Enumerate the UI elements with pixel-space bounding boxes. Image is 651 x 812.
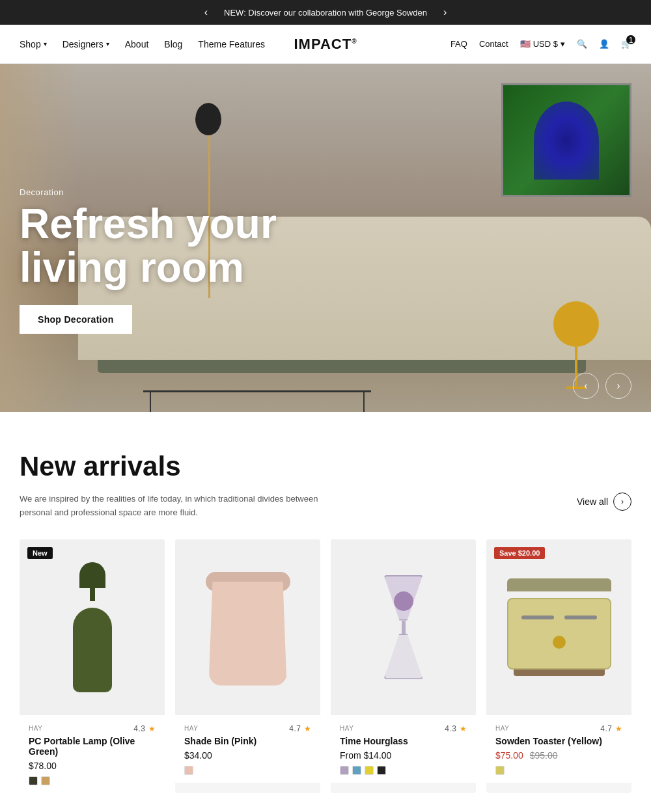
lamp-base xyxy=(73,608,112,692)
announcement-next-button[interactable]: › xyxy=(440,7,450,18)
color-swatch[interactable] xyxy=(365,766,374,775)
toaster-slot-right xyxy=(564,616,597,619)
nav-item-blog[interactable]: Blog xyxy=(164,39,182,49)
hourglass-middle xyxy=(402,621,406,634)
hourglass-bottom xyxy=(384,634,423,679)
product-rating: 4.7 ★ xyxy=(600,724,622,733)
toaster-top xyxy=(507,578,611,591)
product-rating: 4.7 ★ xyxy=(289,724,311,733)
product-info: HAY 4.7 ★ Shade Bin (Pink) $34.00 xyxy=(175,715,320,783)
product-card[interactable]: HAY 4.7 ★ Shade Bin (Pink) $34.00 xyxy=(175,539,320,793)
product-image-wrap: Save $20.00 xyxy=(486,539,631,715)
view-all-arrow-circle: › xyxy=(613,493,631,511)
product-badge-new: New xyxy=(27,547,53,559)
color-swatch[interactable] xyxy=(352,766,361,775)
product-brand: HAY 4.3 ★ xyxy=(29,724,156,733)
new-arrivals-section: New arrivals We are inspired by the real… xyxy=(0,412,651,812)
nav-right: FAQ Contact 🇺🇸 USD $ ▾ 🔍 👤 🛒1 xyxy=(326,39,631,49)
section-header: New arrivals xyxy=(20,451,631,482)
product-image-wrap xyxy=(175,539,320,715)
navbar: Shop ▾ Designers ▾ About Blog Theme Feat… xyxy=(0,25,651,64)
product-rating: 4.3 ★ xyxy=(133,724,156,733)
product-card[interactable]: Save $20.00 HAY 4.7 ★ xyxy=(486,539,631,793)
lamp-neck xyxy=(90,582,95,601)
color-swatch[interactable] xyxy=(41,776,50,785)
product-image-wrap xyxy=(331,539,476,715)
section-title: New arrivals xyxy=(20,451,631,482)
product-price: $75.00 $95.00 xyxy=(495,750,622,761)
hero-navigation: ‹ › xyxy=(573,373,631,399)
product-swatches xyxy=(495,766,622,775)
hero-artwork-decor xyxy=(501,83,631,197)
search-icon[interactable]: 🔍 xyxy=(577,39,587,49)
user-icon[interactable]: 👤 xyxy=(599,39,609,49)
view-all-link[interactable]: View all › xyxy=(577,493,631,511)
nav-item-about[interactable]: About xyxy=(125,39,149,49)
star-icon: ★ xyxy=(615,724,623,733)
product-image-wrap: New xyxy=(20,539,165,715)
product-info: HAY 4.3 ★ PC Portable Lamp (Olive Green)… xyxy=(20,715,165,793)
hero-prev-button[interactable]: ‹ xyxy=(573,373,599,399)
color-swatch[interactable] xyxy=(29,776,38,785)
product-name: Sowden Toaster (Yellow) xyxy=(495,736,622,746)
product-swatches xyxy=(340,766,467,775)
nav-item-theme-features[interactable]: Theme Features xyxy=(198,39,265,49)
sale-price: $75.00 xyxy=(495,750,523,761)
nav-item-currency[interactable]: 🇺🇸 USD $ ▾ xyxy=(520,39,565,49)
nav-logo[interactable]: IMPACT® xyxy=(294,36,357,53)
announcement-prev-button[interactable]: ‹ xyxy=(201,7,211,18)
product-info: HAY 4.3 ★ Time Hourglass From $14.00 xyxy=(331,715,476,783)
nav-item-shop[interactable]: Shop ▾ xyxy=(20,39,47,49)
product-badge-save: Save $20.00 xyxy=(494,547,545,559)
hero-next-button[interactable]: › xyxy=(605,373,631,399)
product-card[interactable]: HAY 4.3 ★ Time Hourglass From $14.00 xyxy=(331,539,476,793)
toaster-body xyxy=(507,598,611,670)
product-card[interactable]: New HAY 4.3 ★ PC Portable Lamp (Olive Gr… xyxy=(20,539,165,793)
hero-label: Decoration xyxy=(20,187,358,197)
color-swatch[interactable] xyxy=(340,766,349,775)
cart-icon[interactable]: 🛒1 xyxy=(621,39,631,49)
star-icon: ★ xyxy=(148,724,156,733)
product-brand: HAY 4.3 ★ xyxy=(340,724,467,733)
color-swatch[interactable] xyxy=(377,766,386,775)
product-price: From $14.00 xyxy=(340,750,467,761)
nav-item-faq[interactable]: FAQ xyxy=(450,39,467,49)
hero-content: Decoration Refresh your living room Shop… xyxy=(20,187,358,334)
product-price: $34.00 xyxy=(184,750,311,761)
hero-section: Decoration Refresh your living room Shop… xyxy=(0,64,651,412)
product-rating: 4.3 ★ xyxy=(445,724,467,733)
hourglass-sand xyxy=(394,591,413,611)
toaster-knob xyxy=(553,636,566,649)
product-brand: HAY 4.7 ★ xyxy=(495,724,622,733)
original-price: $95.00 xyxy=(530,750,558,761)
section-desc-row: We are inspired by the realities of life… xyxy=(20,493,631,520)
section-description: We are inspired by the realities of life… xyxy=(20,493,332,520)
toaster-feet xyxy=(514,670,605,676)
flag-icon: 🇺🇸 xyxy=(520,39,531,49)
product-image-toaster xyxy=(504,578,615,676)
product-swatches xyxy=(184,766,311,775)
color-swatch[interactable] xyxy=(495,766,505,775)
nav-item-contact[interactable]: Contact xyxy=(479,39,508,49)
product-image-bin xyxy=(202,569,294,686)
product-swatches xyxy=(29,776,156,785)
currency-dropdown-arrow: ▾ xyxy=(561,39,565,49)
hero-title: Refresh your living room xyxy=(20,202,358,290)
nav-left: Shop ▾ Designers ▾ About Blog Theme Feat… xyxy=(20,39,326,49)
shop-decoration-button[interactable]: Shop Decoration xyxy=(20,305,132,334)
product-price: $78.00 xyxy=(29,761,156,771)
announcement-text: NEW: Discover our collaboration with Geo… xyxy=(224,8,427,18)
star-icon: ★ xyxy=(304,724,312,733)
products-grid: New HAY 4.3 ★ PC Portable Lamp (Olive Gr… xyxy=(20,539,631,793)
product-image-lamp xyxy=(60,562,125,692)
star-icon: ★ xyxy=(460,724,467,733)
product-name: Shade Bin (Pink) xyxy=(184,736,311,746)
cart-count-badge: 1 xyxy=(626,35,635,44)
shop-dropdown-arrow: ▾ xyxy=(44,40,47,47)
hero-table-decor xyxy=(143,390,371,392)
color-swatch[interactable] xyxy=(184,766,193,775)
product-brand: HAY 4.7 ★ xyxy=(184,724,311,733)
bin-body xyxy=(209,582,287,686)
nav-item-designers[interactable]: Designers ▾ xyxy=(62,39,109,49)
designers-dropdown-arrow: ▾ xyxy=(106,40,109,47)
